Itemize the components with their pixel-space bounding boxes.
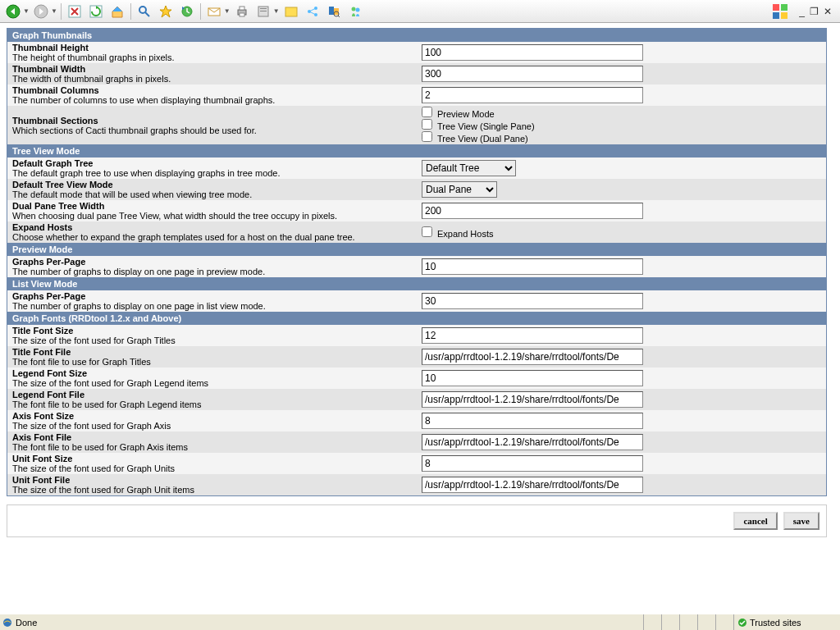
row-legend-font-file: Legend Font FileThe font file to be used… xyxy=(7,389,827,410)
title-font-size-input[interactable] xyxy=(422,327,643,344)
label-desc: The default graph tree to use when displ… xyxy=(12,168,412,178)
mail-dropdown[interactable]: ▼ xyxy=(224,7,231,15)
axis-font-file-input[interactable] xyxy=(422,434,643,450)
label-desc: The size of the font used for Graph Unit… xyxy=(12,463,412,473)
row-expand-hosts: Expand HostsChoose whether to expand the… xyxy=(7,221,827,243)
svg-point-22 xyxy=(351,7,355,11)
settings-table: Graph Thumbnails Thumbnail HeightThe hei… xyxy=(7,28,827,496)
label-desc: Choose whether to expand the graph templ… xyxy=(12,232,412,242)
row-default-tree-view-mode: Default Tree View ModeThe default mode t… xyxy=(7,179,827,200)
content-area: Graph Thumbnails Thumbnail HeightThe hei… xyxy=(0,23,840,614)
stop-icon[interactable] xyxy=(65,2,84,21)
row-legend-font-size: Legend Font SizeThe size of the font use… xyxy=(7,368,827,389)
label-title: Legend Font File xyxy=(12,390,412,399)
section-graph-thumbnails: Graph Thumbnails xyxy=(7,29,827,43)
thumbnail-width-input[interactable] xyxy=(422,66,643,82)
label-title: Expand Hosts xyxy=(12,222,412,232)
svg-rect-25 xyxy=(781,4,788,11)
tree-view-single-checkbox[interactable] xyxy=(422,119,432,130)
default-tree-view-mode-select[interactable]: Dual Pane xyxy=(422,181,497,198)
label-desc: The height of thumbnail graphs in pixels… xyxy=(12,52,412,62)
preview-mode-checkbox[interactable] xyxy=(422,107,432,117)
forward-dropdown[interactable]: ▼ xyxy=(51,7,57,15)
zone-text: Trusted sites xyxy=(750,618,801,628)
graphs-per-page-preview-input[interactable] xyxy=(422,258,643,275)
research-icon[interactable] xyxy=(324,2,344,21)
share-icon[interactable] xyxy=(303,2,322,21)
dual-pane-tree-width-input[interactable] xyxy=(422,203,643,219)
restore-button[interactable]: ❐ xyxy=(810,6,819,17)
label-title: Graphs Per-Page xyxy=(12,291,412,301)
label-title: Thumbnail Sections xyxy=(12,116,412,126)
thumbnail-columns-input[interactable] xyxy=(422,87,643,103)
default-graph-tree-select[interactable]: Default Tree xyxy=(422,160,516,176)
unit-font-size-input[interactable] xyxy=(422,455,643,472)
checkbox-label: Tree View (Dual Pane) xyxy=(437,134,528,144)
section-graph-fonts: Graph Fonts (RRDtool 1.2.x and Above) xyxy=(7,312,827,325)
axis-font-size-input[interactable] xyxy=(422,413,643,429)
row-thumbnail-columns: Thumbnail ColumnsThe number of columns t… xyxy=(7,84,827,106)
minimize-button[interactable]: _ xyxy=(799,6,805,17)
row-thumbnail-width: Thumbnail WidthThe width of thumbnail gr… xyxy=(7,63,827,84)
edit-dropdown[interactable]: ▼ xyxy=(273,7,280,15)
svg-rect-14 xyxy=(285,7,297,16)
row-unit-font-size: Unit Font SizeThe size of the font used … xyxy=(7,453,827,474)
close-button[interactable]: ✕ xyxy=(824,6,832,17)
save-button[interactable]: save xyxy=(783,512,819,530)
legend-font-size-input[interactable] xyxy=(422,370,643,386)
label-desc: The default mode that will be used when … xyxy=(12,189,412,199)
svg-rect-10 xyxy=(240,13,244,16)
history-icon[interactable] xyxy=(177,2,197,21)
home-icon[interactable] xyxy=(107,2,127,21)
unit-font-file-input[interactable] xyxy=(422,477,643,493)
label-title: Default Graph Tree xyxy=(12,158,412,168)
label-desc: The size of the font used for Graph Titl… xyxy=(12,336,412,345)
messenger-icon[interactable] xyxy=(345,2,365,21)
label-title: Axis Font Size xyxy=(12,411,412,421)
status-bar: Done Trusted sites xyxy=(0,614,840,630)
row-thumbnail-sections: Thumbnail SectionsWhich sections of Cact… xyxy=(7,106,827,144)
label-title: Dual Pane Tree Width xyxy=(12,201,412,211)
folder-icon[interactable] xyxy=(281,2,301,21)
svg-rect-13 xyxy=(260,11,267,11)
row-unit-font-file: Unit Font FileThe size of the font used … xyxy=(7,474,827,496)
row-dual-pane-tree-width: Dual Pane Tree WidthWhen choosing dual p… xyxy=(7,200,827,221)
section-preview-mode: Preview Mode xyxy=(7,243,827,256)
label-desc: The width of thumbnail graphs in pixels. xyxy=(12,74,412,84)
cancel-button[interactable]: cancel xyxy=(733,512,777,530)
browser-toolbar: ▼ ▼ ▼ ▼ _ ❐ ✕ xyxy=(0,0,840,23)
ie-icon xyxy=(2,617,13,628)
label-title: Thumbnail Width xyxy=(12,64,412,74)
label-desc: The font file to be used for Graph Legen… xyxy=(12,399,412,409)
label-desc: The size of the font used for Graph Axis xyxy=(12,421,412,431)
favorites-icon[interactable] xyxy=(156,2,176,21)
title-font-file-input[interactable] xyxy=(422,349,643,365)
svg-point-23 xyxy=(355,7,359,11)
forward-icon[interactable] xyxy=(31,2,51,21)
edit-icon[interactable] xyxy=(253,2,273,21)
back-dropdown[interactable]: ▼ xyxy=(23,7,30,15)
label-title: Thumbnail Columns xyxy=(12,85,412,95)
label-title: Title Font File xyxy=(12,347,412,357)
expand-hosts-checkbox[interactable] xyxy=(422,226,432,237)
refresh-icon[interactable] xyxy=(86,2,106,21)
print-icon[interactable] xyxy=(232,2,252,21)
svg-rect-12 xyxy=(260,8,267,9)
mail-icon[interactable] xyxy=(204,2,224,21)
legend-font-file-input[interactable] xyxy=(422,391,643,408)
graphs-per-page-list-input[interactable] xyxy=(422,293,643,309)
thumbnail-height-input[interactable] xyxy=(422,44,643,61)
label-desc: The font file to use for Graph Titles xyxy=(12,357,412,367)
label-desc: The size of the font used for Graph Unit… xyxy=(12,485,412,495)
label-title: Title Font Size xyxy=(12,326,412,336)
svg-point-4 xyxy=(139,7,146,13)
label-title: Thumbnail Height xyxy=(12,43,412,52)
svg-rect-9 xyxy=(240,7,244,10)
row-axis-font-size: Axis Font SizeThe size of the font used … xyxy=(7,410,827,431)
tree-view-dual-checkbox[interactable] xyxy=(422,131,432,142)
section-tree-view-mode: Tree View Mode xyxy=(7,144,827,158)
back-icon[interactable] xyxy=(3,2,23,21)
label-title: Axis Font File xyxy=(12,432,412,442)
search-icon[interactable] xyxy=(135,2,154,21)
checkbox-label: Preview Mode xyxy=(437,109,495,119)
